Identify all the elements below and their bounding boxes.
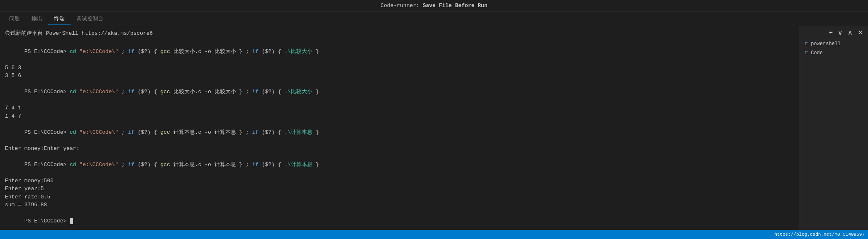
info-line: 尝试新的跨平台 PowerShell https://aka.ms/pscore… xyxy=(5,29,794,37)
terminal-line: PS E:\CCCode> cd "e:\CCCode\" ; if ($?) … xyxy=(5,80,794,104)
ps-prompt: PS E:\CCCode> xyxy=(24,48,70,55)
maximize-button[interactable]: ∧ xyxy=(846,28,854,37)
add-terminal-button[interactable]: + xyxy=(827,28,834,37)
title-prefix: Code-runner: xyxy=(380,2,422,9)
tab-debug-console[interactable]: 调试控制台 xyxy=(71,12,109,25)
terminal-line: sum = 3796.88 xyxy=(5,201,794,209)
status-bar: https://blog.csdn.net/m0_51499597 xyxy=(0,230,868,239)
terminal-cursor xyxy=(70,218,73,224)
title-bar: Code-runner: Save File Before Run xyxy=(0,0,868,12)
tab-bar: 问题 输出 终端 调试控制台 xyxy=(0,12,868,26)
sidebar-item-code[interactable]: □ Code xyxy=(802,48,868,58)
ps-prompt-final: PS E:\CCCode> xyxy=(24,218,70,224)
main-layout: 尝试新的跨平台 PowerShell https://aka.ms/pscore… xyxy=(0,26,868,230)
tab-problems[interactable]: 问题 xyxy=(3,12,26,25)
sidebar: + ∨ ∧ ✕ □ powershell □ Code xyxy=(802,26,868,230)
terminal-panel[interactable]: 尝试新的跨平台 PowerShell https://aka.ms/pscore… xyxy=(0,26,799,230)
powershell-icon: □ xyxy=(805,41,808,47)
terminal-line: Enter money:Enter year: xyxy=(5,145,794,153)
sidebar-item-powershell[interactable]: □ powershell xyxy=(802,39,868,48)
status-url-link[interactable]: https://blog.csdn.net/m0_51499597 xyxy=(774,232,865,237)
terminal-line: 7 4 1 xyxy=(5,104,794,112)
terminal-line: PS E:\CCCode> cd "e:\CCCode\" ; if ($?) … xyxy=(5,120,794,145)
terminal-line: 3 5 6 xyxy=(5,72,794,80)
close-panel-button[interactable]: ✕ xyxy=(856,28,865,37)
ps-prompt: PS E:\CCCode> xyxy=(24,89,70,95)
split-terminal-button[interactable]: ∨ xyxy=(836,28,844,37)
terminal-line: Enter rate:0.5 xyxy=(5,193,794,201)
terminal-line: Enter money:500 xyxy=(5,177,794,185)
sidebar-item-label-code: Code xyxy=(811,50,823,56)
sidebar-toolbar: + ∨ ∧ ✕ xyxy=(802,26,868,39)
title-text: Save File Before Run xyxy=(423,2,488,9)
ps-prompt: PS E:\CCCode> xyxy=(24,162,70,168)
sidebar-item-label-powershell: powershell xyxy=(811,41,841,47)
terminal-line: Enter year:5 xyxy=(5,185,794,193)
tab-terminal[interactable]: 终端 xyxy=(48,12,71,25)
code-icon: □ xyxy=(805,50,808,56)
terminal-line: PS E:\CCCode> cd "e:\CCCode\" ; if ($?) … xyxy=(5,152,794,177)
tab-output[interactable]: 输出 xyxy=(26,12,48,25)
terminal-line: 5 6 3 xyxy=(5,64,794,72)
terminal-line: 1 4 7 xyxy=(5,112,794,121)
ps-prompt: PS E:\CCCode> xyxy=(24,129,70,135)
terminal-prompt-cursor-line: PS E:\CCCode> xyxy=(5,209,794,230)
terminal-line: PS E:\CCCode> cd "e:\CCCode\" ; if ($?) … xyxy=(5,39,794,64)
